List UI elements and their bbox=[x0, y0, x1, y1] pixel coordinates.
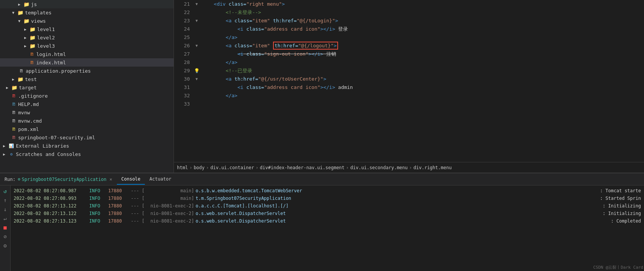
tree-item-js[interactable]: ▶ 📁 js bbox=[0, 0, 174, 8]
breadcrumb-sep-2: › bbox=[206, 165, 209, 170]
tag-span: <i bbox=[237, 26, 244, 32]
attr-value-span: "address card icon" bbox=[264, 26, 320, 32]
log-level-2: INFO bbox=[89, 195, 108, 202]
tree-item-level2[interactable]: ▶ 📁 level2 bbox=[0, 33, 174, 42]
fold-indicator-22 bbox=[193, 8, 200, 17]
md-file-icon: 🖹 bbox=[11, 101, 17, 107]
fold-icon-30: ▼ bbox=[196, 75, 198, 83]
fold-indicator-33 bbox=[193, 100, 200, 108]
tree-item-mvnw-cmd[interactable]: 🖹 mvnw.cmd bbox=[0, 117, 174, 125]
fold-indicator-26: ▼ bbox=[193, 42, 200, 50]
run-app-name[interactable]: ⚙ Springboot07SecurityApplication × bbox=[18, 177, 112, 182]
fold-indicator-27 bbox=[193, 50, 200, 58]
tree-item-external-libs[interactable]: ▶ 📊 External Libraries bbox=[0, 142, 174, 150]
line-num-21: 21 bbox=[177, 0, 190, 8]
tree-label: Scratches and Consoles bbox=[16, 151, 81, 157]
tree-item-springboot-iml[interactable]: 🖹 springboot-07-security.iml bbox=[0, 133, 174, 142]
tag-span: </a> bbox=[226, 34, 237, 40]
clear-console-button[interactable]: ⊘ bbox=[1, 232, 9, 241]
tree-item-login-html[interactable]: 🖹 login.html bbox=[0, 50, 174, 58]
tree-item-gitignore[interactable]: 🖹 .gitignore bbox=[0, 92, 174, 100]
fold-indicator-30: ▼ bbox=[193, 75, 200, 83]
log-time-2: 2022-08-02 08:27:08.993 bbox=[14, 195, 89, 202]
settings-button[interactable]: ⚙ bbox=[1, 241, 9, 250]
tab-console[interactable]: Console bbox=[117, 174, 145, 185]
tab-actuator[interactable]: Actuator bbox=[145, 174, 176, 185]
tag-close-span: ></i> bbox=[320, 26, 335, 32]
console-toolbar: ↺ ↑ ↓ ↵ ■ ⊘ ⚙ bbox=[0, 185, 11, 271]
tree-item-level3[interactable]: ▶ 📁 level3 bbox=[0, 42, 174, 50]
line-num-31: 31 bbox=[177, 83, 190, 92]
attr-value-span: "right menu" bbox=[246, 1, 282, 7]
chevron-right-icon: ▶ bbox=[6, 86, 11, 90]
tree-label: level2 bbox=[37, 35, 55, 40]
line-num-23: 23 bbox=[177, 17, 190, 25]
log-msg-5: : Completed bbox=[611, 217, 641, 225]
log-dash-3: --- [ bbox=[131, 202, 142, 210]
fold-indicator-28 bbox=[193, 58, 200, 67]
cmd-file-icon: 🖹 bbox=[11, 118, 17, 124]
log-thread-3: nio-8081-exec-2 bbox=[142, 202, 191, 210]
folder-icon: 📁 bbox=[17, 9, 23, 16]
tree-label: js bbox=[31, 2, 37, 7]
fold-gutter: ▼ ▼ ▼ 💡 ▼ bbox=[193, 0, 200, 162]
text-cancel: 注销 bbox=[326, 51, 336, 57]
attr-name-span: class= bbox=[234, 18, 252, 23]
log-class-2: t.m.Springboot07SecurityApplication bbox=[196, 195, 600, 202]
breadcrumb-sep-5: › bbox=[409, 165, 412, 170]
line-num-24: 24 bbox=[177, 25, 190, 33]
tree-item-application-props[interactable]: 🖹 application.properties bbox=[0, 67, 174, 75]
log-dash-4: --- [ bbox=[131, 210, 142, 217]
xml-file-icon: 🖹 bbox=[11, 126, 17, 132]
code-line-23: <a class="item" th:href="@{/toLogin}"> bbox=[200, 17, 639, 25]
folder-icon: 📁 bbox=[11, 84, 17, 90]
scroll-up-button[interactable]: ↑ bbox=[1, 196, 9, 204]
run-label: Run: ⚙ Springboot07SecurityApplication × bbox=[0, 177, 117, 182]
tree-item-views[interactable]: ▼ 📁 views bbox=[0, 17, 174, 25]
code-line-29: <!--已登录 bbox=[200, 67, 639, 75]
log-level-3: INFO bbox=[89, 202, 108, 210]
folder-icon: 📁 bbox=[29, 26, 36, 32]
tree-item-target[interactable]: ▶ 📁 target bbox=[0, 83, 174, 92]
tree-label: templates bbox=[25, 10, 51, 16]
code-content-area: 21 22 23 24 25 26 27 28 29 30 31 32 33 ▼ bbox=[174, 0, 644, 162]
tree-item-index-html[interactable]: 🖹 index.html bbox=[0, 58, 174, 67]
log-dash-5: --- [ bbox=[131, 217, 142, 225]
folder-icon: 📁 bbox=[23, 1, 29, 7]
tree-item-help-md[interactable]: 🖹 HELP.md bbox=[0, 100, 174, 108]
log-pid-3: 17880 bbox=[108, 202, 131, 210]
attr-value-span: "address card icon" bbox=[264, 84, 320, 90]
tree-item-templates[interactable]: ▼ 📁 templates bbox=[0, 8, 174, 17]
scroll-down-button[interactable]: ↓ bbox=[1, 205, 9, 213]
stop-button[interactable]: ■ bbox=[1, 223, 9, 232]
top-area: ▶ 📁 js ▼ 📁 templates ▼ 📁 views ▶ 📁 level… bbox=[0, 0, 644, 173]
close-run-button[interactable]: × bbox=[110, 177, 112, 182]
tag-close-span: > bbox=[323, 76, 326, 82]
log-thread-4: nio-8081-exec-2 bbox=[142, 210, 191, 217]
tree-item-pom-xml[interactable]: 🖹 pom.xml bbox=[0, 125, 174, 133]
chevron-down-icon: ▼ bbox=[12, 11, 17, 15]
code-line-31: <i class="address card icon"></i> admin bbox=[200, 83, 639, 92]
code-line-22: <!--未登录--> bbox=[200, 8, 639, 17]
tree-label: .gitignore bbox=[18, 93, 48, 99]
log-time-3: 2022-08-02 08:27:13.122 bbox=[14, 202, 89, 210]
wrap-lines-button[interactable]: ↵ bbox=[1, 214, 9, 223]
tree-item-mvnw[interactable]: 🖹 mvnw bbox=[0, 108, 174, 117]
tree-label: HELP.md bbox=[18, 101, 39, 107]
log-pid-2: 17880 bbox=[108, 195, 131, 202]
tag-close-span: > bbox=[335, 18, 338, 23]
tree-item-test[interactable]: ▶ 📁 test bbox=[0, 75, 174, 83]
code-line-21: <div class="right menu"> bbox=[200, 0, 639, 8]
code-line-32: </a> bbox=[200, 92, 639, 100]
log-line-1: 2022-08-02 08:27:08.987 INFO 17880 --- [… bbox=[11, 187, 644, 195]
log-thread-2: main bbox=[142, 195, 191, 202]
tree-item-scratches[interactable]: ▶ ⚙ Scratches and Consoles bbox=[0, 150, 174, 158]
strikethrough-text: class="sign-out icon"></i> 注销 bbox=[244, 51, 336, 57]
bulb-icon-29: 💡 bbox=[194, 67, 200, 75]
tree-item-level1[interactable]: ▶ 📁 level1 bbox=[0, 25, 174, 33]
log-dash-1: --- [ bbox=[131, 187, 142, 195]
code-lines-area[interactable]: <div class="right menu"> <!--未登录--> <a c… bbox=[200, 0, 639, 162]
tag-span: <div bbox=[214, 1, 225, 7]
restart-button[interactable]: ↺ bbox=[1, 187, 9, 195]
bottom-content: ↺ ↑ ↓ ↵ ■ ⊘ ⚙ 2022-08-02 08:27:08.987 IN… bbox=[0, 185, 644, 271]
